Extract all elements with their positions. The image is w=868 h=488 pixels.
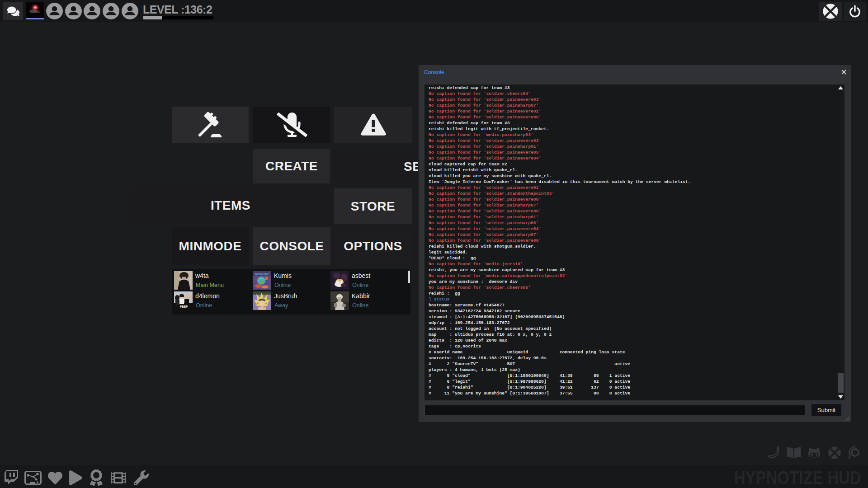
svg-text:WATAFAK?!: WATAFAK?! <box>255 272 269 275</box>
svg-text:PEEP: PEEP <box>180 305 188 308</box>
